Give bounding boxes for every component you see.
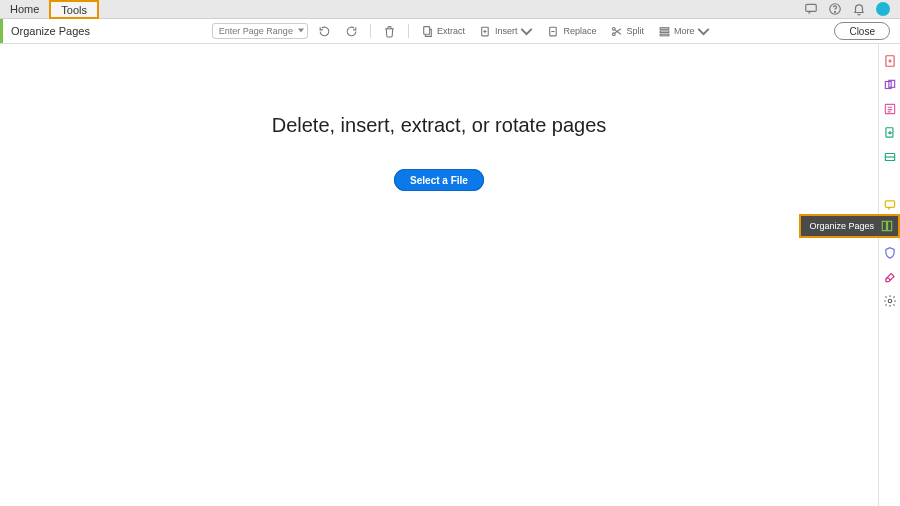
- page-range-placeholder: Enter Page Range: [219, 26, 293, 36]
- delete-button[interactable]: [379, 22, 400, 40]
- chevron-down-icon: [520, 25, 533, 38]
- combine-icon[interactable]: [883, 78, 897, 92]
- replace-icon: [547, 25, 560, 38]
- tab-home-label: Home: [10, 3, 39, 15]
- protect-icon[interactable]: [883, 246, 897, 260]
- page-range-input[interactable]: Enter Page Range: [212, 23, 308, 39]
- rotate-cw-button[interactable]: [341, 22, 362, 40]
- svg-point-19: [888, 299, 892, 303]
- rotate-ccw-icon: [318, 25, 331, 38]
- panel-title: Organize Pages: [0, 19, 102, 43]
- main-content: Delete, insert, extract, or rotate pages…: [0, 44, 878, 506]
- toolbar-separator: [370, 24, 371, 38]
- extract-button[interactable]: Extract: [417, 22, 469, 40]
- svg-rect-20: [882, 221, 886, 230]
- tab-tools-label: Tools: [61, 4, 87, 16]
- rotate-cw-icon: [345, 25, 358, 38]
- toolbar-center: Enter Page Range Extract Insert Replace: [102, 19, 825, 43]
- tab-home[interactable]: Home: [0, 0, 49, 18]
- chat-icon[interactable]: [804, 2, 818, 16]
- page-headline: Delete, insert, extract, or rotate pages: [272, 114, 607, 137]
- header-spacer: [99, 0, 804, 18]
- organize-pages-icon: [880, 219, 894, 233]
- chevron-down-icon: [697, 25, 710, 38]
- svg-rect-0: [806, 4, 817, 11]
- header-actions: [804, 0, 900, 18]
- panel-title-label: Organize Pages: [11, 25, 90, 37]
- edit-pdf-icon[interactable]: [883, 102, 897, 116]
- scissors-icon: [610, 25, 623, 38]
- svg-rect-8: [660, 27, 669, 29]
- svg-rect-17: [885, 201, 894, 207]
- toolbar-separator: [408, 24, 409, 38]
- scan-ocr-icon[interactable]: [883, 150, 897, 164]
- svg-rect-10: [660, 34, 669, 36]
- svg-rect-3: [424, 26, 430, 34]
- create-pdf-icon[interactable]: [883, 54, 897, 68]
- svg-point-7: [613, 32, 616, 35]
- organize-pages-tooltip-label: Organize Pages: [809, 221, 874, 231]
- rotate-ccw-button[interactable]: [314, 22, 335, 40]
- trash-icon: [383, 25, 396, 38]
- chevron-down-icon: [298, 28, 304, 32]
- header-tabs: Home Tools: [0, 0, 99, 18]
- right-tool-rail: [878, 44, 900, 506]
- extract-label: Extract: [437, 26, 465, 36]
- sign-tool-icon[interactable]: [883, 270, 897, 284]
- organize-toolbar: Organize Pages Enter Page Range Extract …: [0, 19, 900, 44]
- comment-icon[interactable]: [883, 198, 897, 212]
- insert-button[interactable]: Insert: [475, 22, 538, 40]
- svg-rect-9: [660, 30, 669, 32]
- svg-point-6: [613, 27, 616, 30]
- split-label: Split: [626, 26, 644, 36]
- tab-tools[interactable]: Tools: [49, 0, 99, 19]
- close-label: Close: [849, 26, 875, 37]
- close-wrap: Close: [824, 19, 900, 43]
- more-tools-icon[interactable]: [883, 294, 897, 308]
- more-button[interactable]: More: [654, 22, 715, 40]
- app-header: Home Tools: [0, 0, 900, 19]
- more-label: More: [674, 26, 695, 36]
- select-file-label: Select a File: [410, 175, 468, 186]
- insert-label: Insert: [495, 26, 518, 36]
- svg-point-2: [835, 11, 836, 12]
- organize-pages-tooltip[interactable]: Organize Pages: [799, 214, 900, 238]
- split-button[interactable]: Split: [606, 22, 648, 40]
- body-area: Delete, insert, extract, or rotate pages…: [0, 44, 900, 506]
- select-file-button[interactable]: Select a File: [394, 169, 484, 191]
- replace-label: Replace: [563, 26, 596, 36]
- bell-icon[interactable]: [852, 2, 866, 16]
- more-icon: [658, 25, 671, 38]
- avatar[interactable]: [876, 2, 890, 16]
- extract-icon: [421, 25, 434, 38]
- help-icon[interactable]: [828, 2, 842, 16]
- export-pdf-icon[interactable]: [883, 126, 897, 140]
- close-button[interactable]: Close: [834, 22, 890, 40]
- insert-icon: [479, 25, 492, 38]
- replace-button[interactable]: Replace: [543, 22, 600, 40]
- svg-rect-21: [888, 221, 892, 230]
